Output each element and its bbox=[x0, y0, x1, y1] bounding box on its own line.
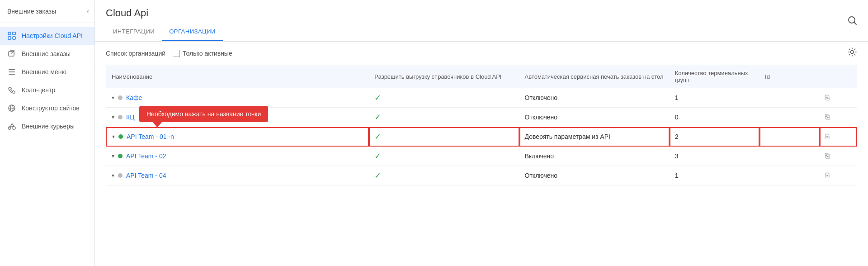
active-only-checkbox[interactable]: Только активные bbox=[173, 50, 232, 57]
svg-rect-6 bbox=[9, 71, 15, 72]
cell-allow-kc: ✓ bbox=[369, 108, 519, 127]
status-dot-green bbox=[118, 154, 123, 158]
svg-rect-4 bbox=[9, 52, 14, 56]
check-icon: ✓ bbox=[374, 113, 381, 122]
status-dot-gray bbox=[118, 115, 123, 119]
table-row: ▾ API Team - 04 ✓ Отключено 1 ⎘ bbox=[106, 166, 857, 185]
cell-count-api-04: 1 bbox=[670, 166, 760, 185]
globe-icon bbox=[7, 104, 16, 113]
phone-icon bbox=[7, 86, 16, 95]
copy-icon[interactable]: ⎘ bbox=[825, 171, 830, 179]
svg-rect-1 bbox=[13, 32, 15, 35]
org-name-link-cafe[interactable]: Кафе bbox=[126, 94, 142, 101]
toolbar: Список организаций Только активные bbox=[95, 42, 868, 65]
cell-id-api-04 bbox=[760, 166, 820, 185]
header-left: Cloud Api ИНТЕГРАЦИИ ОРГАНИЗАЦИИ bbox=[106, 7, 223, 41]
cell-auto-kc: Отключено bbox=[519, 108, 670, 127]
tab-integrations[interactable]: ИНТЕГРАЦИИ bbox=[106, 24, 162, 41]
check-icon: ✓ bbox=[374, 152, 381, 161]
col-header-allow: Разрешить выгрузку справочников в Cloud … bbox=[369, 65, 519, 88]
chevron-icon[interactable]: ▾ bbox=[112, 95, 114, 101]
chevron-icon[interactable]: ▾ bbox=[112, 133, 115, 140]
table-header-row: Наименование Разрешить выгрузку справочн… bbox=[106, 65, 857, 88]
cell-name-api-04: ▾ API Team - 04 bbox=[106, 166, 369, 185]
checkbox-box bbox=[173, 50, 180, 57]
cell-id-api-02 bbox=[760, 147, 820, 166]
col-header-auto: Автоматическая сервисная печать заказов … bbox=[519, 65, 670, 88]
table-body: ▾ Кафе ✓ Отключено 1 ⎘ bbox=[106, 88, 857, 185]
cell-allow-api-04: ✓ bbox=[369, 166, 519, 185]
sidebar-item-site-builder[interactable]: Конструктор сайтов bbox=[0, 99, 94, 117]
sidebar-item-external-couriers[interactable]: Внешние курьеры bbox=[0, 117, 94, 135]
sidebar-item-label-site-builder: Конструктор сайтов bbox=[22, 104, 80, 112]
checkbox-label: Только активные bbox=[183, 50, 232, 57]
cell-copy-kc: ⎘ bbox=[820, 108, 857, 127]
gear-icon[interactable] bbox=[847, 49, 857, 59]
status-dot-green bbox=[118, 134, 123, 139]
org-name-link-api-04[interactable]: API Team - 04 bbox=[126, 172, 166, 179]
sidebar-title: Внешние заказы bbox=[7, 8, 56, 15]
cell-count-api-02: 3 bbox=[670, 147, 760, 166]
sidebar-collapse-icon[interactable]: ‹ bbox=[87, 7, 89, 15]
cell-auto-api-01: Доверять параметрам из API bbox=[519, 127, 670, 147]
copy-icon[interactable]: ⎘ bbox=[825, 94, 830, 101]
table-row: ▾ Кафе ✓ Отключено 1 ⎘ bbox=[106, 88, 857, 108]
sidebar-item-cloud-api[interactable]: Настройки Cloud API bbox=[0, 27, 94, 45]
sidebar-item-call-center[interactable]: Колл-центр bbox=[0, 81, 94, 99]
tooltip-box: Необходимо нажать на название точки bbox=[139, 106, 268, 122]
sidebar: Внешние заказы ‹ Настройки Cloud API bbox=[0, 0, 95, 266]
sidebar-header: Внешние заказы ‹ bbox=[0, 0, 94, 23]
list-label: Список организаций bbox=[106, 50, 165, 57]
table-container: Наименование Разрешить выгрузку справочн… bbox=[95, 65, 868, 266]
sidebar-item-external-orders[interactable]: Внешние заказы bbox=[0, 45, 94, 63]
svg-rect-7 bbox=[9, 74, 15, 75]
cell-allow-api-01: ✓ bbox=[369, 127, 519, 147]
org-name-link-kc[interactable]: КЦ bbox=[126, 114, 135, 121]
col-header-count: Количество терминальных групп bbox=[670, 65, 760, 88]
check-icon: ✓ bbox=[374, 132, 381, 141]
svg-line-15 bbox=[854, 22, 856, 24]
toolbar-right bbox=[847, 47, 857, 59]
svg-rect-0 bbox=[8, 32, 11, 35]
sidebar-item-external-menu[interactable]: Внешние меню bbox=[0, 63, 94, 81]
cell-count-cafe: 1 bbox=[670, 88, 760, 108]
cell-id-api-01 bbox=[760, 127, 820, 147]
tab-organizations[interactable]: ОРГАНИЗАЦИИ bbox=[162, 24, 223, 41]
sidebar-item-label-cloud-api: Настройки Cloud API bbox=[22, 32, 83, 39]
chevron-icon[interactable]: ▾ bbox=[112, 114, 114, 120]
main-header: Cloud Api ИНТЕГРАЦИИ ОРГАНИЗАЦИИ bbox=[95, 0, 868, 42]
check-icon: ✓ bbox=[374, 171, 381, 180]
svg-rect-3 bbox=[13, 37, 15, 39]
cell-name-api-02: ▾ API Team - 02 bbox=[106, 147, 369, 166]
chevron-icon[interactable]: ▾ bbox=[112, 172, 114, 179]
table-row-highlighted: ▾ API Team - 01 -n Необходимо нажать на … bbox=[106, 127, 857, 147]
cell-auto-cafe: Отключено bbox=[519, 88, 670, 108]
organizations-table: Наименование Разрешить выгрузку справочн… bbox=[106, 65, 857, 185]
cell-name-api-01: ▾ API Team - 01 -n Необходимо нажать на … bbox=[106, 127, 369, 147]
cell-id-cafe bbox=[760, 88, 820, 108]
svg-rect-2 bbox=[8, 37, 11, 39]
cell-copy-api-02: ⎘ bbox=[820, 147, 857, 166]
menu-icon bbox=[7, 67, 16, 76]
sidebar-item-label-external-menu: Внешние меню bbox=[22, 68, 66, 76]
cell-count-kc: 0 bbox=[670, 108, 760, 127]
status-dot-gray bbox=[118, 173, 123, 178]
copy-icon[interactable]: ⎘ bbox=[825, 113, 830, 121]
chevron-icon[interactable]: ▾ bbox=[112, 153, 114, 159]
search-icon[interactable] bbox=[847, 15, 857, 28]
col-header-name: Наименование bbox=[106, 65, 369, 88]
org-name-link-api-01[interactable]: API Team - 01 -n bbox=[127, 133, 174, 140]
cell-auto-api-04: Отключено bbox=[519, 166, 670, 185]
table-row: ▾ API Team - 02 ✓ Включено 3 ⎘ bbox=[106, 147, 857, 166]
bike-icon bbox=[7, 122, 16, 131]
main-content: Cloud Api ИНТЕГРАЦИИ ОРГАНИЗАЦИИ Список … bbox=[95, 0, 868, 266]
tabs: ИНТЕГРАЦИИ ОРГАНИЗАЦИИ bbox=[106, 24, 223, 41]
external-link-icon bbox=[7, 49, 16, 58]
copy-icon[interactable]: ⎘ bbox=[825, 152, 830, 160]
check-icon: ✓ bbox=[374, 93, 381, 102]
org-name-link-api-02[interactable]: API Team - 02 bbox=[126, 152, 166, 160]
cell-id-kc bbox=[760, 108, 820, 127]
status-dot-gray bbox=[118, 95, 123, 100]
copy-icon[interactable]: ⎘ bbox=[825, 133, 830, 140]
col-header-id: Id bbox=[760, 65, 820, 88]
